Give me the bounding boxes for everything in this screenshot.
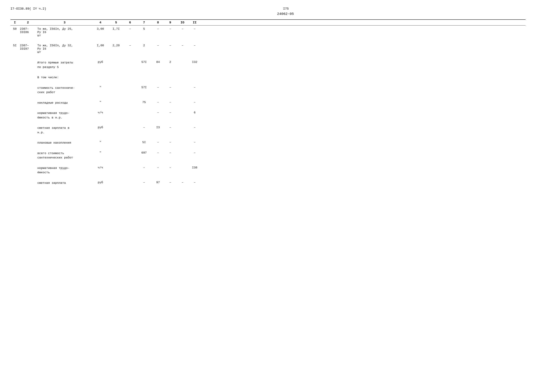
summary-col8: –	[152, 140, 164, 144]
summary-col1	[10, 180, 19, 181]
summary-col10	[176, 60, 189, 61]
col-header-11: II	[189, 21, 201, 24]
summary-col6	[124, 75, 136, 76]
table-row: 502307– IOI86То же, I56Iп, Ду 25, Ру I6 …	[10, 25, 526, 39]
cell-col2: 2307– IOI86	[19, 27, 37, 34]
cell-col4: 3,00	[92, 27, 108, 31]
summary-col7: 697	[136, 151, 152, 155]
summary-col11: I38	[189, 166, 201, 170]
col-header-6: 6	[124, 21, 136, 24]
summary-col5	[108, 111, 124, 111]
summary-label: плановые накопления	[37, 140, 92, 145]
header-left: I7-OI38.89( IY ч.2)	[10, 7, 46, 10]
summary-col10	[176, 100, 189, 101]
data-rows: 502307– IOI86То же, I56Iп, Ду 25, Ру I6 …	[10, 25, 526, 187]
header-area: I7-OI38.89( IY ч.2) I75	[10, 7, 526, 10]
cell-col6: –	[124, 27, 136, 31]
cell-col2: 2307– IOI87	[19, 43, 37, 51]
summary-col6	[124, 151, 136, 151]
summary-col1	[10, 151, 19, 151]
summary-col1	[10, 100, 19, 101]
summary-col6	[124, 111, 136, 111]
summary-col9: –	[164, 180, 176, 184]
summary-col7: 57I	[136, 60, 152, 64]
summary-col6	[124, 100, 136, 101]
table-row: 5I2307– IOI87То же, I56Iп, Ду 32, Ру I6 …	[10, 42, 526, 56]
summary-col6	[124, 166, 136, 166]
summary-col10	[176, 166, 189, 166]
summary-col5	[108, 126, 124, 126]
summary-col4: "	[92, 151, 108, 155]
col-header-10: IO	[176, 21, 189, 24]
summary-col2	[19, 151, 37, 151]
summary-col5	[108, 166, 124, 166]
summary-col10	[176, 85, 189, 86]
summary-col2	[19, 100, 37, 101]
summary-col2	[19, 60, 37, 61]
cell-col5: 2,20	[108, 43, 124, 47]
summary-row: В том числе:	[10, 74, 526, 82]
summary-col4: руб	[92, 60, 108, 64]
summary-col1	[10, 75, 19, 76]
summary-col6	[124, 85, 136, 86]
summary-col11: 6	[189, 111, 201, 115]
summary-col4: "	[92, 85, 108, 89]
summary-row: нормативная трудо- ёмкость в н.р.ч/ч––6	[10, 109, 526, 121]
cell-col9: –	[164, 43, 176, 47]
summary-col6	[124, 140, 136, 141]
cell-col8: –	[152, 27, 164, 31]
cell-col9: –	[164, 27, 176, 31]
summary-col8: –	[152, 85, 164, 89]
summary-col9: –	[164, 85, 176, 89]
summary-col8: –	[152, 111, 164, 115]
summary-col11: –	[189, 126, 201, 130]
summary-col7: 57I	[136, 85, 152, 89]
summary-col9: –	[164, 140, 176, 144]
summary-col9: –	[164, 151, 176, 155]
summary-col1	[10, 140, 19, 141]
summary-col9	[164, 75, 176, 76]
summary-col5	[108, 75, 124, 76]
summary-col8: –	[152, 151, 164, 155]
summary-col11: –	[189, 100, 201, 104]
summary-col1	[10, 166, 19, 166]
summary-col8: 97	[152, 180, 164, 184]
col-headers: I 2 3 4 5 6 7 8 9 IO II	[10, 19, 526, 25]
summary-col10	[176, 126, 189, 126]
col-header-9: 9	[164, 21, 176, 24]
summary-col2	[19, 111, 37, 111]
summary-col10	[176, 151, 189, 151]
summary-col4	[92, 75, 108, 76]
col-header-1: I	[10, 21, 19, 24]
summary-col9: –	[164, 111, 176, 115]
summary-col11: –	[189, 180, 201, 184]
summary-col11	[189, 75, 201, 76]
summary-col7: –	[136, 166, 152, 170]
summary-label: нормативная трудо- ёмкость	[37, 166, 92, 175]
col-header-4: 4	[92, 21, 108, 24]
summary-row: сметная зарплатаруб–97–––	[10, 179, 526, 187]
summary-col10: –	[176, 180, 189, 184]
summary-col10	[176, 75, 189, 76]
summary-col5	[108, 180, 124, 181]
summary-col10	[176, 111, 189, 111]
summary-col11: –	[189, 140, 201, 144]
cell-col10: –	[176, 27, 189, 31]
cell-col7: 2	[136, 43, 152, 47]
summary-col5	[108, 85, 124, 86]
summary-col2	[19, 166, 37, 166]
summary-label: нормативная трудо- ёмкость в н.р.	[37, 111, 92, 120]
summary-col2	[19, 140, 37, 141]
summary-col6	[124, 126, 136, 126]
cell-col10: –	[176, 43, 189, 47]
cell-col8: –	[152, 43, 164, 47]
summary-col1	[10, 111, 19, 111]
summary-col4: "	[92, 100, 108, 104]
summary-col7: –	[136, 126, 152, 130]
summary-col4: "	[92, 140, 108, 144]
summary-col8: –	[152, 166, 164, 170]
summary-col8: 84	[152, 60, 164, 64]
summary-col2	[19, 75, 37, 76]
summary-label: В том числе:	[37, 75, 92, 80]
summary-row: сметная зарплата в н.р.руб–I3––	[10, 124, 526, 136]
